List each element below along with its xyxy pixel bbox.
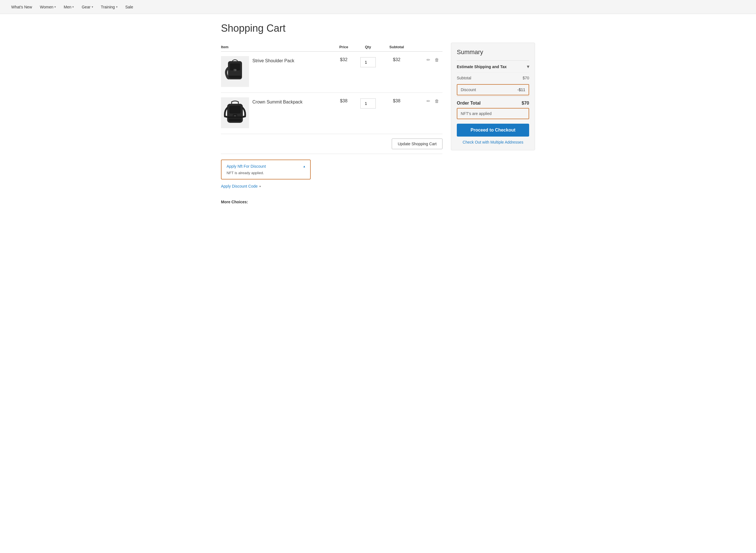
item-subtotal: $38 [385,93,413,134]
apply-discount-label: Apply Discount Code [221,184,258,188]
svg-rect-10 [229,118,241,122]
nav-training[interactable]: Training ▾ [101,5,117,9]
item-actions [412,52,442,93]
navigation: What's New Women ▾ Men ▾ Gear ▾ Training… [0,0,756,14]
subtotal-label: Subtotal [457,76,471,80]
col-subtotal-header: Subtotal [385,43,413,52]
discount-value: -$11 [517,87,525,92]
edit-item-icon[interactable] [426,57,430,63]
svg-rect-3 [229,76,241,78]
order-total-value: $70 [522,101,529,106]
item-image [221,56,249,87]
item-subtotal: $32 [385,52,413,93]
col-item-header: Item [221,43,336,52]
item-qty-cell [355,52,385,93]
svg-point-4 [235,69,236,71]
nft-applied-badge: NFT's are applied [457,108,529,119]
col-price-header: Price [336,43,355,52]
summary-panel: Summary Estimate Shipping and Tax ▾ Subt… [451,43,535,150]
chevron-down-icon: ▾ [259,185,261,188]
table-row: Strive Shoulder Pack $32 $32 [221,52,442,93]
product-image-backpack [224,99,246,126]
table-row: Crown Summit Backpack $38 $38 [221,93,442,134]
delete-item-icon[interactable] [435,58,439,63]
order-total-label: Order Total [457,101,481,106]
discount-label: Discount [461,87,476,92]
cart-actions-row: Update Shopping Cart [221,139,442,154]
more-choices-label: More Choices: [221,200,248,204]
qty-input[interactable] [360,57,376,67]
product-image-sling [224,58,246,85]
cart-layout: Item Price Qty Subtotal [221,43,535,204]
chevron-down-icon: ▾ [72,5,74,8]
item-qty-cell [355,93,385,134]
nav-sale[interactable]: Sale [125,5,133,9]
summary-title: Summary [457,49,529,56]
subtotal-row: Subtotal $70 [457,73,529,83]
nav-women[interactable]: Women ▾ [40,5,56,9]
svg-rect-8 [234,115,236,116]
nav-gear[interactable]: Gear ▾ [82,5,93,9]
update-cart-button[interactable]: Update Shopping Cart [392,139,442,149]
discount-row: Discount -$11 [457,84,529,95]
item-price: $32 [336,52,355,93]
qty-input[interactable] [360,98,376,108]
nft-discount-box: Apply Nft For Discount ▴ NFT is already … [221,160,311,179]
col-qty-header: Qty [355,43,385,52]
more-choices-section: More Choices: [221,200,442,204]
chevron-down-icon: ▾ [55,5,56,8]
subtotal-value: $70 [523,76,529,80]
proceed-to-checkout-button[interactable]: Proceed to Checkout [457,124,529,137]
page-title: Shopping Cart [221,22,535,34]
chevron-down-icon: ▾ [116,5,117,8]
svg-rect-9 [228,116,242,118]
nft-discount-label: Apply Nft For Discount [227,164,266,168]
item-name-cell: Strive Shoulder Pack [252,52,336,93]
item-image [221,97,249,128]
order-total-row: Order Total $70 [457,96,529,108]
chevron-up-icon: ▴ [304,164,305,168]
item-name: Strive Shoulder Pack [252,57,333,63]
multi-address-link[interactable]: Check Out with Multiple Addresses [457,140,529,144]
svg-rect-6 [229,106,241,113]
nft-discount-toggle[interactable]: Apply Nft For Discount ▴ [227,164,305,168]
discount-section: Apply Nft For Discount ▴ NFT is already … [221,160,442,188]
nav-men[interactable]: Men ▾ [64,5,74,9]
delete-item-icon[interactable] [435,99,439,104]
item-price: $38 [336,93,355,134]
estimate-shipping-toggle[interactable]: Estimate Shipping and Tax ▾ [457,60,529,73]
edit-item-icon[interactable] [426,98,430,104]
chevron-down-icon: ▾ [527,64,529,69]
item-name: Crown Summit Backpack [252,98,333,104]
page-content: Shopping Cart Item Price Qty Subtotal [210,14,546,221]
apply-discount-toggle[interactable]: Apply Discount Code ▾ [221,184,442,188]
nav-whats-new[interactable]: What's New [11,5,32,9]
item-actions [412,93,442,134]
chevron-down-icon: ▾ [92,5,93,8]
cart-main: Item Price Qty Subtotal [221,43,442,204]
estimate-shipping-label: Estimate Shipping and Tax [457,65,507,69]
item-name-cell: Crown Summit Backpack [252,93,336,134]
nft-applied-text: NFT is already applied. [227,171,305,175]
cart-table: Item Price Qty Subtotal [221,43,442,134]
